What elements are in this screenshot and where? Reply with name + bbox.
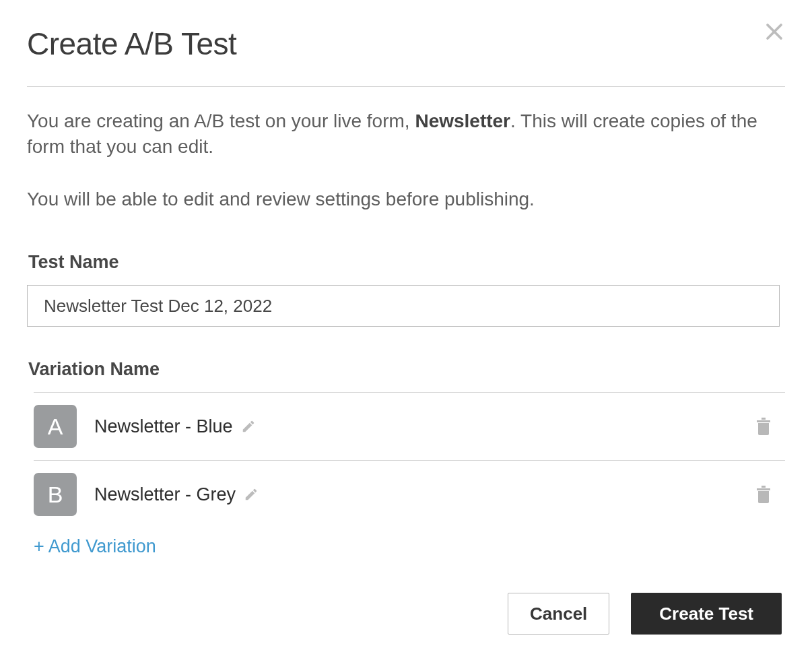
test-name-label: Test Name — [28, 252, 785, 273]
variation-name-label: Variation Name — [28, 359, 785, 380]
intro-line2: You will be able to edit and review sett… — [27, 187, 785, 212]
variation-badge: B — [34, 473, 77, 516]
variation-row: B Newsletter - Grey — [34, 460, 785, 528]
variation-section: Variation Name A Newsletter - Blue B New… — [27, 359, 785, 557]
add-variation-button[interactable]: + Add Variation — [27, 536, 156, 557]
variation-row: A Newsletter - Blue — [34, 392, 785, 460]
divider — [27, 86, 785, 87]
pencil-icon[interactable] — [244, 487, 259, 502]
variation-name: Newsletter - Blue — [94, 416, 233, 437]
close-button[interactable] — [762, 20, 786, 44]
create-test-button[interactable]: Create Test — [631, 593, 782, 635]
intro-form-name: Newsletter — [415, 110, 510, 131]
trash-icon[interactable] — [755, 417, 772, 436]
trash-icon[interactable] — [755, 485, 772, 504]
variation-name: Newsletter - Grey — [94, 484, 236, 505]
variation-badge: A — [34, 405, 77, 448]
pencil-icon[interactable] — [241, 419, 256, 434]
create-ab-test-modal: Create A/B Test You are creating an A/B … — [0, 0, 812, 584]
variation-list: A Newsletter - Blue B Newsletter - Grey — [27, 392, 785, 528]
intro-text: You are creating an A/B test on your liv… — [27, 108, 785, 212]
close-icon — [764, 34, 784, 44]
modal-title: Create A/B Test — [27, 26, 785, 62]
intro-prefix: You are creating an A/B test on your liv… — [27, 110, 415, 131]
modal-footer: Cancel Create Test — [508, 593, 782, 635]
test-name-input[interactable] — [27, 285, 780, 327]
cancel-button[interactable]: Cancel — [508, 593, 609, 635]
test-name-field: Test Name — [27, 252, 785, 327]
